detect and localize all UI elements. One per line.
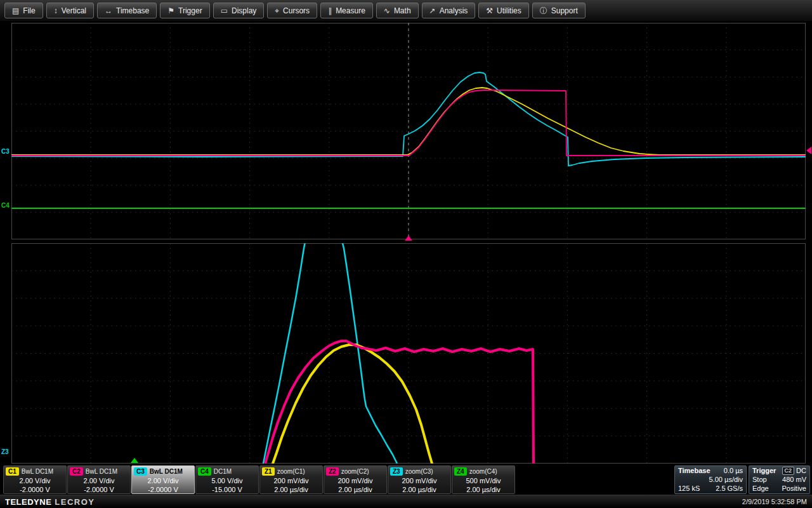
descriptor-c2[interactable]: C2 BwL DC1M 2.00 V/div -2.0000 V: [67, 465, 131, 494]
main-waveform-grid[interactable]: [11, 23, 806, 239]
descriptor-coupling-z1: zoom(C1): [277, 468, 305, 475]
menu-label-file: File: [23, 6, 35, 15]
descriptor-scale-z4: 500 mV/div: [452, 476, 514, 485]
descriptor-z1[interactable]: Z1 zoom(C1) 200 mV/div 2.00 µs/div: [259, 465, 323, 494]
menu-button-support[interactable]: ⓘ Support: [532, 3, 586, 18]
menu-button-file[interactable]: ▤ File: [4, 3, 43, 18]
menu-button-math[interactable]: ∿ Math: [376, 3, 419, 18]
timebase-rate: 2.5 GS/s: [716, 484, 743, 493]
trigger-slope: Positive: [782, 484, 806, 493]
menu-label-analysis: Analysis: [440, 6, 468, 15]
brand-lecroy: LECROY: [55, 497, 95, 507]
menu-label-vertical: Vertical: [62, 6, 86, 15]
descriptor-c1[interactable]: C1 BwL DC1M 2.00 V/div -2.0000 V: [3, 465, 67, 494]
descriptor-chip-z2: Z2: [326, 467, 339, 476]
menu-label-measure: Measure: [336, 6, 365, 15]
descriptor-offset-z4: 2.00 µs/div: [452, 485, 514, 494]
trigger-title: Trigger: [752, 466, 776, 475]
datetime-display: 2/9/2019 5:32:58 PM: [742, 498, 807, 505]
trigger-level-marker[interactable]: [806, 147, 811, 154]
descriptor-coupling-c4: DC1M: [214, 468, 232, 475]
descriptor-chip-c4: C4: [198, 467, 211, 476]
teledyne-lecroy-logo: TELEDYNE LECROY: [5, 497, 95, 507]
support-icon: ⓘ: [540, 7, 547, 15]
descriptor-offset-c3: -2.0000 V: [132, 485, 194, 494]
channel-c4-offset-indicator[interactable]: C4: [1, 203, 10, 209]
descriptor-chip-c2: C2: [70, 467, 83, 476]
descriptor-scale-z1: 200 mV/div: [260, 476, 322, 485]
zoom-position-marker[interactable]: [131, 458, 138, 463]
descriptor-offset-z1: 2.00 µs/div: [260, 485, 322, 494]
trigger-mode: Stop: [752, 475, 767, 484]
trace-z2-zoom: [265, 341, 534, 464]
descriptor-offset-c2: -2.0000 V: [68, 485, 130, 494]
brand-teledyne: TELEDYNE: [5, 497, 51, 507]
descriptor-coupling-z4: zoom(C4): [469, 468, 497, 475]
descriptor-z3[interactable]: Z3 zoom(C3) 200 mV/div 2.00 µs/div: [388, 465, 451, 494]
descriptor-z2[interactable]: Z2 zoom(C2) 200 mV/div 2.00 µs/div: [324, 465, 387, 494]
descriptor-coupling-c2: BwL DC1M: [86, 468, 117, 475]
trigger-coupling: DC: [796, 466, 806, 475]
timebase-icon: ↔: [105, 7, 112, 15]
trace-z1-zoom: [273, 345, 432, 464]
math-icon: ∿: [384, 7, 390, 15]
menu-button-timebase[interactable]: ↔ Timebase: [97, 3, 157, 18]
zoom-z3-offset-indicator[interactable]: Z3: [1, 449, 9, 455]
menu-button-utilities[interactable]: ⚒ Utilities: [478, 3, 528, 18]
descriptor-scale-c4: 5.00 V/div: [196, 476, 258, 485]
timebase-delay: 0.0 µs: [724, 466, 743, 475]
descriptor-c3[interactable]: C3 BwL DC1M 2.00 V/div -2.0000 V: [131, 465, 195, 494]
timebase-descriptor[interactable]: Timebase 0.0 µs 5.00 µs/div 125 kS 2.5 G…: [674, 465, 747, 494]
menu-button-analysis[interactable]: ↗ Analysis: [422, 3, 476, 18]
menu-bar: ▤ File ↕ Vertical ↔ Timebase ⚑ Trigger ▭…: [0, 0, 812, 22]
menu-button-vertical[interactable]: ↕ Vertical: [46, 3, 94, 18]
menu-button-trigger[interactable]: ⚑ Trigger: [160, 3, 209, 18]
menu-label-display: Display: [232, 6, 256, 15]
vertical-icon: ↕: [54, 7, 58, 15]
trigger-descriptor[interactable]: Trigger C2 DC Stop 480 mV Edge Positive: [749, 465, 810, 494]
descriptor-z4[interactable]: Z4 zoom(C4) 500 mV/div 2.00 µs/div: [452, 465, 515, 494]
main-grid-canvas: [11, 23, 806, 239]
descriptor-coupling-c1: BwL DC1M: [22, 468, 53, 475]
utilities-icon: ⚒: [486, 7, 493, 15]
descriptor-chip-z3: Z3: [390, 467, 403, 476]
descriptor-scale-c1: 2.00 V/div: [4, 476, 66, 485]
menu-button-cursors[interactable]: ⌖ Cursors: [267, 3, 317, 18]
trigger-source-chip: C2: [782, 467, 795, 475]
descriptor-chip-c3: C3: [134, 467, 147, 476]
descriptor-chip-z4: Z4: [454, 467, 467, 476]
descriptor-chip-c1: C1: [6, 467, 19, 476]
descriptor-coupling-z3: zoom(C3): [405, 468, 433, 475]
menu-label-trigger: Trigger: [178, 6, 202, 15]
menu-label-support: Support: [551, 6, 578, 15]
measure-icon: ∥: [328, 7, 332, 15]
menu-button-display[interactable]: ▭ Display: [213, 3, 265, 18]
file-icon: ▤: [12, 7, 19, 15]
descriptor-offset-c4: -15.000 V: [196, 485, 258, 494]
descriptor-coupling-z2: zoom(C2): [341, 468, 369, 475]
descriptor-coupling-c3: BwL DC1M: [150, 468, 183, 475]
descriptor-c4[interactable]: C4 DC1M 5.00 V/div -15.000 V: [195, 465, 259, 494]
status-footer: TELEDYNE LECROY 2/9/2019 5:32:58 PM: [0, 495, 812, 508]
menu-label-utilities: Utilities: [497, 6, 521, 15]
cursors-icon: ⌖: [275, 7, 279, 15]
timebase-samples: 125 kS: [678, 484, 700, 493]
display-icon: ▭: [221, 7, 228, 15]
menu-label-cursors: Cursors: [283, 6, 310, 15]
menu-label-timebase: Timebase: [116, 6, 149, 15]
descriptor-scale-z3: 200 mV/div: [388, 476, 450, 485]
channel-c3-offset-indicator[interactable]: C3: [1, 149, 10, 155]
timebase-scale: 5.00 µs/div: [709, 475, 743, 484]
trigger-time-marker[interactable]: [405, 236, 412, 241]
menu-label-math: Math: [394, 6, 411, 15]
trigger-level: 480 mV: [782, 475, 806, 484]
trigger-type: Edge: [752, 484, 769, 493]
descriptor-offset-z2: 2.00 µs/div: [324, 485, 386, 494]
zoom-waveform-grid[interactable]: [11, 243, 806, 464]
descriptor-row: C1 BwL DC1M 2.00 V/div -2.0000 V C2 BwL …: [3, 465, 515, 494]
menu-button-measure[interactable]: ∥ Measure: [320, 3, 373, 18]
descriptor-scale-z2: 200 mV/div: [324, 476, 386, 485]
descriptor-offset-c1: -2.0000 V: [4, 485, 66, 494]
descriptor-scale-c2: 2.00 V/div: [68, 476, 130, 485]
analysis-icon: ↗: [429, 7, 436, 15]
